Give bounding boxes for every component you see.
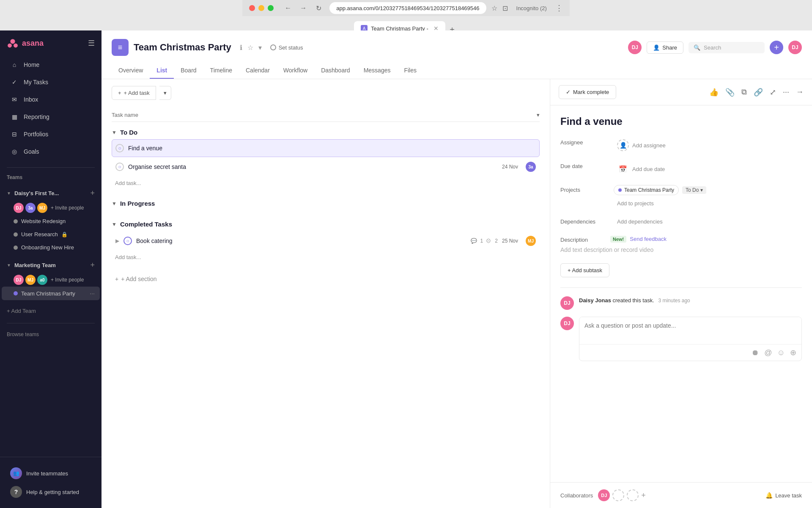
project-christmas-party[interactable]: Team Christmas Party ··· <box>2 287 100 300</box>
sidebar-item-reporting[interactable]: ▦ Reporting <box>3 108 98 125</box>
close-window-btn[interactable] <box>249 5 255 11</box>
teams-section-label: Teams <box>0 171 102 184</box>
attachment-icon[interactable]: 📎 <box>725 88 735 97</box>
invite-teammates-btn[interactable]: 👥 Invite teammates <box>7 464 95 483</box>
add-subtask-btn[interactable]: + Add subtask <box>560 263 609 277</box>
section-in-progress-header[interactable]: ▼ In Progress <box>112 196 540 210</box>
section-chevron-todo: ▼ <box>112 130 117 135</box>
link-icon[interactable]: 🔗 <box>754 88 763 97</box>
project-user-research[interactable]: User Research 🔒 <box>0 228 102 241</box>
sidebar-item-home[interactable]: ⌂ Home <box>3 56 98 73</box>
calendar-icon: 📅 <box>617 163 629 175</box>
add-team-btn[interactable]: + Add Team <box>7 308 36 314</box>
task-find-venue[interactable]: ○ Find a venue <box>112 139 540 157</box>
sidebar-menu-btn[interactable]: ☰ <box>88 39 95 48</box>
maximize-window-btn[interactable] <box>268 5 274 11</box>
browser-menu-icon[interactable]: ⋮ <box>555 3 563 13</box>
forward-btn[interactable]: → <box>297 2 309 14</box>
project-status-tag[interactable]: To Do ▾ <box>682 186 706 194</box>
add-task-btn[interactable]: + + Add task <box>112 86 156 100</box>
project-icon-btn[interactable]: ≡ <box>112 39 129 56</box>
more-icon[interactable]: ··· <box>783 88 789 97</box>
project-name-research: User Research <box>21 231 58 237</box>
tab-overview[interactable]: Overview <box>112 63 150 79</box>
tab-workflow[interactable]: Workflow <box>277 63 314 79</box>
task-check-catering[interactable]: ○ <box>123 237 132 245</box>
task-book-catering[interactable]: ▶ ○ Book catering 💬 1 ⛒ 2 25 Nov MJ <box>112 231 540 251</box>
sidebar-divider <box>7 167 95 168</box>
tab-board[interactable]: Board <box>174 63 203 79</box>
sidebar-item-inbox[interactable]: ✉ Inbox <box>3 91 98 108</box>
sidebar-item-portfolios[interactable]: ⊟ Portfolios <box>3 126 98 143</box>
description-placeholder[interactable]: Add text description or record video <box>560 246 802 253</box>
task-check-find-venue[interactable]: ○ <box>115 144 124 152</box>
invite-avatar: 👥 <box>10 467 22 479</box>
browser-split-icon[interactable]: ⊡ <box>502 4 508 12</box>
add-section-btn[interactable]: + + Add section <box>112 271 540 287</box>
browser-nav: ← → ↻ <box>282 2 324 14</box>
add-due-date-btn[interactable]: 📅 Add due date <box>614 161 668 177</box>
add-assignee-btn[interactable]: 👤 Add assignee <box>614 138 669 153</box>
comment-more-icon[interactable]: ⊕ <box>790 348 796 357</box>
invite-people-marketing[interactable]: + Invite people <box>51 277 84 283</box>
expand-icon[interactable]: ⤢ <box>770 88 776 97</box>
copy-icon[interactable]: ⧉ <box>741 88 747 97</box>
comment-at-icon[interactable]: @ <box>764 348 772 357</box>
team-marketing-header[interactable]: ▼ Marketing Team + <box>0 257 102 273</box>
add-to-team-btn[interactable]: + <box>90 189 95 198</box>
add-btn-circle[interactable]: + <box>770 41 783 54</box>
search-box[interactable]: 🔍 Search <box>689 42 765 53</box>
set-status-btn[interactable]: Set status <box>270 44 303 51</box>
project-info-icon[interactable]: ℹ <box>240 44 242 52</box>
tab-list[interactable]: List <box>150 63 174 79</box>
bookmark-icon[interactable]: ☆ <box>491 4 497 12</box>
tab-calendar[interactable]: Calendar <box>239 63 277 79</box>
leave-task-btn[interactable]: 🔔 Leave task <box>765 492 802 499</box>
address-bar[interactable]: app.asana.com/0/1203277518469534/1203277… <box>329 2 486 14</box>
send-feedback-link[interactable]: Send feedback <box>630 236 667 242</box>
refresh-btn[interactable]: ↻ <box>313 2 324 14</box>
section-completed-header[interactable]: ▼ Completed Tasks <box>112 217 540 231</box>
set-status-label: Set status <box>279 44 303 51</box>
minimize-window-btn[interactable] <box>258 5 264 11</box>
sidebar-item-my-tasks[interactable]: ✓ My Tasks <box>3 74 98 91</box>
help-btn[interactable]: ? Help & getting started <box>7 483 95 501</box>
add-task-dropdown-btn[interactable]: ▾ <box>159 86 171 100</box>
project-website-redesign[interactable]: Website Redesign <box>0 215 102 228</box>
collaborators-left: Collaborators DJ + <box>560 489 646 501</box>
main-content: ≡ Team Christmas Party ℹ ☆ ▾ Set status … <box>102 30 812 508</box>
tab-files[interactable]: Files <box>397 63 423 79</box>
add-to-marketing-btn[interactable]: + <box>90 261 95 270</box>
comment-record-icon[interactable]: ⏺ <box>752 348 759 357</box>
tab-dashboard[interactable]: Dashboard <box>314 63 357 79</box>
share-label: Share <box>662 44 677 51</box>
reporting-icon: ▦ <box>10 113 19 121</box>
task-check-santa[interactable]: ○ <box>115 163 124 171</box>
project-star-icon[interactable]: ☆ <box>247 44 253 52</box>
home-icon: ⌂ <box>10 61 19 69</box>
back-btn[interactable]: ← <box>282 2 294 14</box>
share-btn[interactable]: 👤 Share <box>647 41 683 54</box>
project-onboarding[interactable]: Onboarding New Hire <box>0 241 102 254</box>
sidebar-item-goals[interactable]: ◎ Goals <box>3 143 98 160</box>
project-more-icon[interactable]: ··· <box>90 290 95 297</box>
close-panel-icon[interactable]: → <box>796 88 804 97</box>
add-to-projects-btn[interactable]: Add to projects <box>614 199 706 208</box>
task-expand-catering[interactable]: ▶ <box>115 238 119 244</box>
mark-complete-btn[interactable]: ✓ Mark complete <box>559 85 616 99</box>
tab-messages[interactable]: Messages <box>357 63 398 79</box>
add-task-inline-completed[interactable]: Add task... <box>112 251 540 264</box>
add-collaborator-btn[interactable]: + <box>641 491 646 500</box>
comment-input[interactable] <box>579 317 801 342</box>
thumbs-up-icon[interactable]: 👍 <box>709 88 719 97</box>
task-secret-santa[interactable]: ○ Organise secret santa 24 Nov 3a <box>112 157 540 177</box>
add-dependencies-btn[interactable]: Add dependencies <box>614 217 666 226</box>
section-to-do-header[interactable]: ▼ To Do <box>112 125 540 139</box>
add-section-plus: + <box>115 276 118 282</box>
invite-people-daisys[interactable]: + Invite people <box>51 205 84 211</box>
team-daisys-header[interactable]: ▼ Daisy's First Te... + <box>0 185 102 201</box>
add-task-inline-todo[interactable]: Add task... <box>112 177 540 190</box>
project-chevron-icon[interactable]: ▾ <box>258 44 262 52</box>
tab-timeline[interactable]: Timeline <box>203 63 239 79</box>
comment-emoji-icon[interactable]: ☺ <box>777 348 785 357</box>
